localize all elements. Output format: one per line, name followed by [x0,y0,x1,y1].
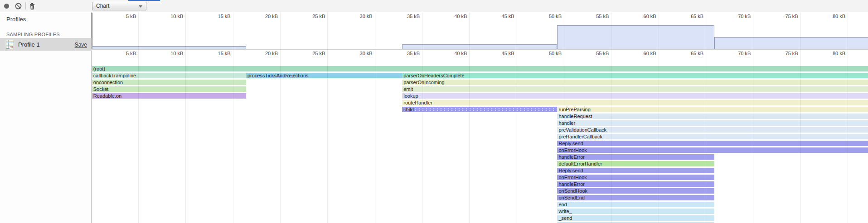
flame-bar-handlerequest[interactable]: handleRequest [557,114,868,119]
flame-bar-handleerror[interactable]: handleError [557,181,714,187]
view-mode-select[interactable]: Chart [92,2,146,10]
flame-bar-root[interactable]: (root) [92,66,868,71]
flame-bar-parseronheaderscomplete[interactable]: parserOnHeadersComplete [402,73,868,78]
chevron-down-icon [139,5,142,8]
flame-ruler-label: 30 kB [360,51,373,56]
flame-ruler-label: 15 kB [218,51,231,56]
overview-ruler-label: 20 kB [265,14,278,19]
overview-ruler-label: 55 kB [596,14,609,19]
overview-ruler-label: 5 kB [126,14,136,19]
overview-gridline [233,12,233,49]
panel-active-indicator [128,0,160,1]
flame-ruler-label: 50 kB [549,51,562,56]
flame-bar-lookup[interactable]: lookup [402,93,868,99]
flame-bar-readable-on[interactable]: Readable.on [92,93,246,99]
flame-ruler-label: 70 kB [738,51,751,56]
flame-bar-onerrorhook[interactable]: onErrorHook [557,147,868,153]
flame-bar-end[interactable]: end [557,202,714,207]
flame-ruler-label: 65 kB [691,51,703,56]
flame-bar-handleerror[interactable]: handleError [557,154,714,160]
trash-icon [29,3,35,10]
flame-bar-callbacktrampoline[interactable]: callbackTrampoline [92,73,246,78]
sidebar-title: Profiles [6,16,26,23]
flame-bar-onconnection[interactable]: onconnection [92,80,246,85]
overview-ruler-label: 50 kB [549,14,562,19]
flame-bar-onerrorhook[interactable]: onErrorHook [557,175,714,180]
flame-ruler-label: 25 kB [312,51,325,56]
memory-area-step [714,37,868,49]
flame-ruler-label: 20 kB [265,51,278,56]
sidebar-item-profile-1[interactable]: % Profile 1 Save [0,38,92,51]
flame-ruler-label: 80 kB [833,51,845,56]
overview-ruler-label: 25 kB [312,14,325,19]
flame-bar-routehandler[interactable]: routeHandler [402,100,868,105]
heap-profiler-panel: Chart Profiles SAMPLING PROFILES % Profi… [0,0,868,223]
overview-ruler-label: 80 kB [833,14,845,19]
overview-gridline [327,12,328,49]
flame-bar-write[interactable]: write_ [557,209,714,214]
flame-bar-onsendhook[interactable]: onSendHook [557,188,714,194]
flame-bar-handler[interactable]: handler [557,120,868,126]
flame-bar-prehandlercallback[interactable]: preHandlerCallback [557,134,868,139]
flame-ruler-label: 55 kB [596,51,609,56]
flame-ruler-label: 60 kB [644,51,656,56]
overview-gridline [517,12,517,49]
flame-bar-reply-send[interactable]: Reply.send [557,168,714,173]
overview-gridline [469,12,470,49]
flame-bar-send[interactable]: _send [557,215,714,221]
flame-ruler-label: 5 kB [126,51,136,56]
memory-area-step [402,44,557,49]
flamechart-pane: 5 kB10 kB15 kB20 kB25 kB30 kB35 kB40 kB4… [92,12,868,223]
flame-ruler-label: 35 kB [407,51,420,56]
overview-ruler-label: 40 kB [454,14,467,19]
flame-ruler-label: 10 kB [170,51,183,56]
overview-gridline [280,12,281,49]
memory-overview[interactable]: 5 kB10 kB15 kB20 kB25 kB30 kB35 kB40 kB4… [92,12,868,50]
profiler-toolbar: Chart [0,0,868,12]
delete-profile-button[interactable] [27,1,37,11]
flame-bar-defaulterrorhandler[interactable]: defaultErrorHandler [557,161,714,166]
overview-ruler-label: 75 kB [786,14,798,19]
overview-ruler-label: 45 kB [502,14,514,19]
toolbar-divider [25,2,26,9]
flame-bar-onsendend[interactable]: onSendEnd [557,195,714,200]
sidebar-section-label: SAMPLING PROFILES [6,32,60,37]
overview-gridline [375,12,375,49]
overview-ruler-label: 35 kB [407,14,420,19]
flame-bar-processticksandrejections[interactable]: processTicksAndRejections [246,73,402,78]
memory-area-step [92,46,246,49]
flame-ruler-label: 75 kB [786,51,798,56]
clear-profiles-button[interactable] [13,1,23,11]
flame-ruler-label: 45 kB [502,51,514,56]
overview-left-resize-handle[interactable] [92,13,92,49]
flame-bar-reply-send[interactable]: Reply.send [557,141,868,146]
profile-name: Profile 1 [18,41,40,48]
profiles-sidebar: Profiles SAMPLING PROFILES % Profile 1 S… [0,12,92,223]
overview-ruler-label: 60 kB [644,14,656,19]
overview-gridline [185,12,186,49]
flame-bar-runpreparsing[interactable]: runPreParsing [557,107,868,112]
save-profile-link[interactable]: Save [75,42,87,48]
clear-icon [15,3,22,9]
overview-ruler-label: 70 kB [738,14,751,19]
flame-bar-emit[interactable]: emit [402,86,868,92]
record-button[interactable] [1,1,11,11]
overview-gridline [422,12,422,49]
flame-bar-prevalidationcallback[interactable]: preValidationCallback [557,127,868,133]
flamechart-canvas[interactable]: (root)callbackTrampolineprocessTicksAndR… [92,50,868,223]
overview-ruler-label: 15 kB [218,14,231,19]
flame-ruler-label: 40 kB [454,51,467,56]
overview-ruler-label: 30 kB [360,14,373,19]
flame-bar-parseronincoming[interactable]: parserOnIncoming [402,80,868,85]
memory-area-step [557,25,714,49]
record-icon [4,4,9,9]
overview-gridline [138,12,139,49]
heap-profile-document-icon: % [6,40,14,49]
overview-ruler-label: 65 kB [691,14,703,19]
overview-ruler-label: 10 kB [170,14,183,19]
flame-bar-socket[interactable]: Socket [92,86,246,92]
flame-bar-child[interactable]: child [402,107,557,112]
view-mode-value: Chart [96,3,109,9]
